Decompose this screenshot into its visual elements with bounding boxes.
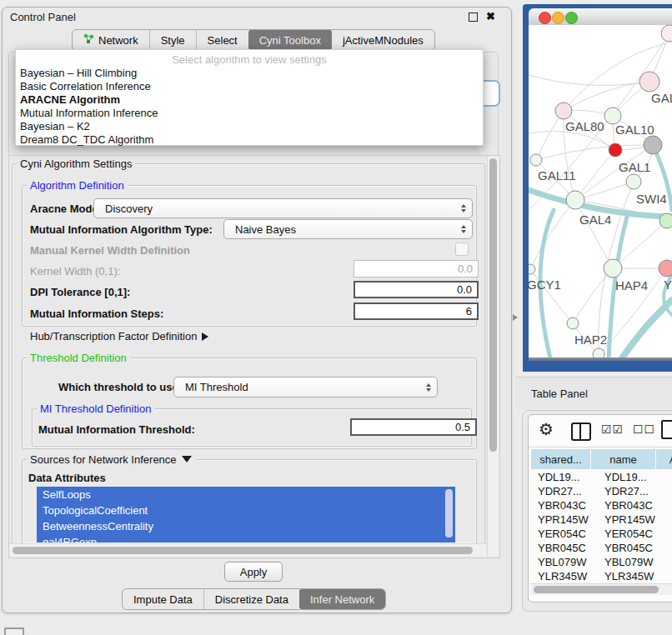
column-header[interactable]: name [591,449,655,469]
stepper-icon [461,204,466,212]
checked-columns-icon[interactable]: ☑☑ [601,422,624,436]
tab-cyni-toolbox[interactable]: Cyni Toolbox [248,30,332,50]
network-node-gal[interactable] [639,72,659,92]
tab-infer-network[interactable]: Infer Network [299,589,385,609]
mi-threshold-field[interactable]: 0.5 [350,418,477,436]
list-scrollbar-thumb[interactable] [445,489,453,538]
column-header[interactable]: shared... [531,449,590,469]
aracne-mode-select[interactable]: Discovery [93,198,473,218]
network-edge [573,268,613,323]
network-node-gal4[interactable] [566,191,584,209]
which-threshold-value: MI Threshold [185,381,248,393]
mi-type-label: Mutual Information Algorithm Type: [30,223,213,236]
table-cell: YDR27... [598,484,669,498]
tab-discretize-data[interactable]: Discretize Data [203,589,299,609]
attribute-item[interactable]: BetweennessCentrality [37,518,455,534]
network-node-gal11[interactable] [530,154,542,166]
dpi-tolerance-field[interactable]: 0.0 [354,281,479,298]
algorithm-dropdown[interactable]: Select algorithm to view settings Bayesi… [15,49,484,146]
table-row[interactable]: YBL079WYBL079W [531,555,672,569]
table-cell: YBL079W [531,555,597,569]
minimize-traffic-icon[interactable] [552,12,564,24]
network-node-y[interactable] [659,260,672,277]
table-row[interactable]: YDL19...YDL19...13 [531,470,672,484]
expand-right-icon [202,332,208,341]
table-cell: YBR043C [531,498,597,512]
stepper-icon [461,225,466,233]
algorithm-option[interactable]: Bayesian – K2 [16,120,483,133]
dpi-tolerance-label: DPI Tolerance [0,1]: [30,286,130,298]
network-node[interactable] [644,136,662,154]
attribute-item[interactable]: gal4RGexp [37,534,455,542]
network-node[interactable] [609,143,622,157]
zoom-traffic-icon[interactable] [565,12,578,24]
manual-kernel-label: Manual Kernel Width Definition [30,244,190,257]
tab-jactivemnodules[interactable]: jActiveMNodules [332,30,434,50]
settings-vscrollbar[interactable] [487,156,499,556]
stepper-icon [426,383,431,392]
table-row[interactable]: YLR345WYLR345W9. [531,569,672,583]
algorithm-option[interactable]: Basic Correlation Inference [16,80,483,93]
split-pane-icon[interactable] [571,422,591,441]
network-window-shadow [529,358,672,361]
network-node[interactable] [593,348,604,358]
mi-type-select[interactable]: Naive Bayes [223,219,473,239]
file-icon[interactable] [661,420,672,439]
apply-button[interactable]: Apply [224,562,283,582]
close-icon[interactable]: ✖ [486,10,495,22]
docked-panel-icon[interactable] [4,628,24,635]
network-node[interactable] [661,25,672,42]
tab-style[interactable]: Style [149,30,196,50]
network-node-gal80[interactable] [555,102,572,119]
table-row[interactable]: YER054CYER054C8. [531,527,672,541]
tab-impute-data[interactable]: Impute Data [123,589,203,609]
algorithm-option[interactable]: ARACNE Algorithm [16,93,483,107]
tab-select[interactable]: Select [196,30,248,50]
aracne-mode-label: Aracne Mode: [30,202,102,215]
toolbar-separator [529,447,672,448]
table-row[interactable]: YBR043CYBR043C [531,498,672,512]
network-node-hap4[interactable] [604,259,622,278]
table-hscrollbar[interactable] [530,583,672,595]
network-node-label: GAL10 [615,122,654,137]
table-cell: YDL19... [531,470,597,484]
mi-threshold-value: 0.5 [455,421,470,433]
network-node-gal1[interactable] [626,174,641,189]
mi-steps-field[interactable]: 6 [354,302,479,320]
threshold-definition-title: Threshold Definition [27,352,130,364]
vscrollbar-thumb[interactable] [489,158,497,452]
float-icon[interactable] [469,12,478,22]
cyni-mode-tabs: Impute DataDiscretize DataInfer Network [122,588,386,610]
gear-icon[interactable]: ⚙ [539,419,554,439]
algorithm-option[interactable]: Dream8 DC_TDC Algorithm [16,133,483,147]
sources-title[interactable]: Sources for Network Inference [27,453,195,466]
network-edge [529,75,649,86]
algorithm-option[interactable]: Bayesian – Hill Climbing [16,67,483,80]
which-threshold-select[interactable]: MI Threshold [173,377,438,398]
attribute-item[interactable]: TopologicalCoefficient [37,502,455,518]
table-row[interactable]: YDR27...YDR27...12 [531,484,672,498]
column-header[interactable]: A [656,449,672,469]
settings-hscrollbar[interactable] [9,543,486,557]
unchecked-columns-icon[interactable]: ☐☐ [633,422,655,436]
table-hscrollbar-thumb[interactable] [534,586,659,593]
network-node-gcy1[interactable] [529,264,535,274]
network-node-label: SWI4 [636,192,667,206]
table-cell: YBR045C [598,541,669,555]
algorithm-option[interactable]: Mutual Information Inference [16,107,483,120]
splitter-handle-icon[interactable] [513,314,518,321]
network-canvas[interactable]: GALGAL80GAL10GAL11GAL1GAL4GCY1HAP4YHAP2S… [529,25,672,358]
attribute-item[interactable]: SelfLoops [37,487,455,502]
network-node-gal10[interactable] [604,108,621,124]
tab-network[interactable]: Network [73,30,149,50]
data-attributes-list[interactable]: SelfLoopsTopologicalCoefficientBetweenne… [37,487,455,542]
manual-kernel-checkbox[interactable] [455,242,469,256]
table-row[interactable]: YBR045CYBR045C9. [531,541,672,555]
network-node-hap2[interactable] [567,318,579,329]
table-row[interactable]: YPR145WYPR145W9. [531,512,672,527]
hscrollbar-thumb[interactable] [13,547,473,554]
table-cell: YDL19... [598,470,669,484]
close-traffic-icon[interactable] [539,12,551,24]
hub-section-toggle[interactable]: Hub/Transcription Factor Definition [30,330,208,342]
network-node[interactable] [659,213,672,228]
